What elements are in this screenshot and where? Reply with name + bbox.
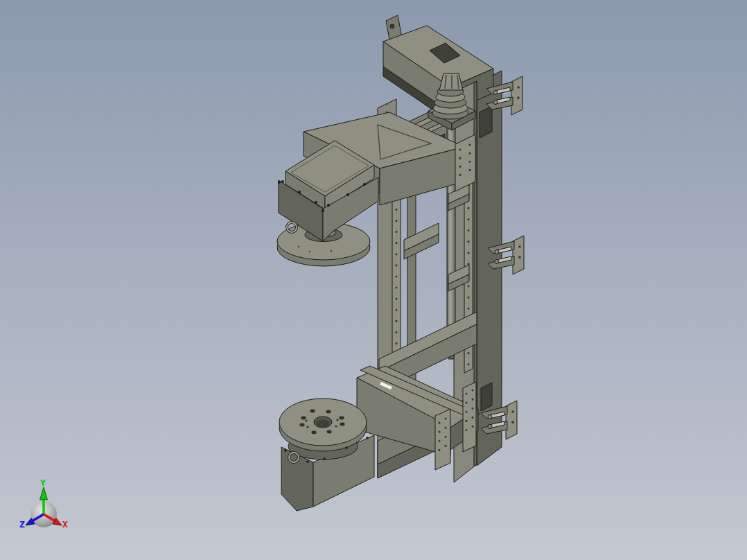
upper-bolt-plate	[455, 134, 475, 191]
lower-bolt-plate-b	[435, 409, 450, 470]
lower-bolt-plate-a	[463, 382, 476, 452]
axis-y-label: Y	[40, 478, 46, 488]
axis-z-label: Z	[19, 519, 25, 530]
cad-viewport[interactable]: Y Z X	[0, 0, 747, 560]
axis-x-label: X	[62, 519, 68, 530]
tab-hole	[390, 24, 394, 28]
